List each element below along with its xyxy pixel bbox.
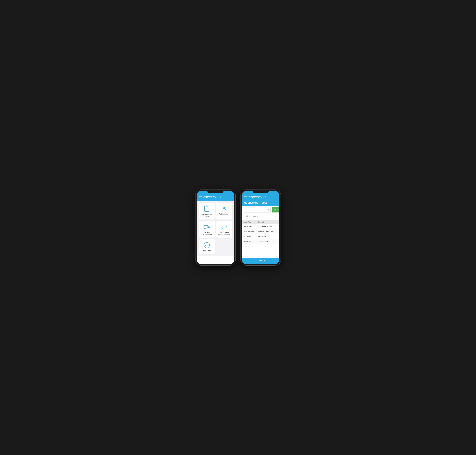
description-cell: Shop Vac-Small Dayton (258, 230, 278, 232)
menu-grid-top: My Checkout Tools Full Inventory (199, 203, 232, 238)
table-row[interactable]: Stud Punch Stud Punch (242, 234, 279, 239)
notch-2 (253, 191, 269, 193)
search-row: SCAN (242, 206, 279, 214)
truck-icon (204, 224, 210, 230)
search-input[interactable] (245, 207, 267, 212)
search-icon (267, 209, 269, 211)
description-cell: Stud Punch (258, 236, 278, 237)
clipboard-icon (204, 205, 210, 212)
app-logo-2: ESPER Electric (249, 196, 267, 199)
col-header-description: Description (258, 221, 278, 223)
phone-1: ESPER Electric (195, 190, 236, 266)
chevron-down-icon: ⌄ (275, 215, 276, 218)
main-menu: My Checkout Tools Full Inventory (197, 201, 234, 256)
logo-bold-text-2: ESPER (249, 196, 258, 199)
menu-label-quick-check: Quick Check In/Out/Transfer (218, 231, 230, 236)
transfer-icon (221, 224, 227, 230)
svg-point-16 (204, 242, 210, 248)
phone-2: ESPER Electric MY CHECKOUT TOOLS SCAN (241, 190, 281, 266)
asset-table: Asset Type Description Hot Gloves Hot Gl… (242, 219, 279, 251)
svg-line-18 (269, 210, 269, 211)
hamburger-menu-2[interactable] (244, 196, 247, 198)
description-cell: Hot Gloves Size 10 (258, 225, 278, 227)
svg-rect-10 (204, 225, 207, 228)
table-row[interactable]: Hot Gloves Hot Gloves Size 10 (242, 224, 279, 229)
back-label: BACK (259, 260, 266, 262)
back-arrow-icon: ← (255, 259, 258, 262)
table-row[interactable]: Shop Vacuum Shop Vac-Small Dayton (242, 229, 279, 234)
content-spacer (242, 251, 279, 258)
app-logo: ESPER Electric (203, 196, 222, 199)
asset-type-cell: Hot Gloves (244, 225, 258, 227)
col-header-asset-type: Asset Type (244, 221, 258, 223)
menu-item-full-inventory[interactable]: Full Inventory (216, 203, 232, 219)
menu-label-vehicle: Vehicle Maintenance (200, 231, 213, 236)
asset-type-cell: Wire Carts (244, 241, 258, 242)
menu-item-my-checkout-tools[interactable]: My Checkout Tools (199, 203, 215, 219)
logo-script-text: Electric (213, 196, 222, 199)
table-row[interactable]: Wire Carts Cobra (orange) (242, 239, 279, 244)
search-input-wrap[interactable] (244, 207, 271, 212)
page-title-bar: MY CHECKOUT TOOLS (242, 201, 279, 206)
menu-label-full-inventory: Full Inventory (219, 213, 229, 215)
menu-row-bottom: Tool Audit (199, 239, 232, 254)
table-header: Asset Type Description (242, 220, 279, 224)
asset-dropdown-placeholder: Select asset type (245, 215, 259, 217)
description-cell: Cobra (orange) (258, 241, 278, 242)
notch (207, 191, 224, 193)
logo-script-text-2: Electric (258, 196, 267, 199)
menu-item-vehicle-maintenance[interactable]: Vehicle Maintenance (199, 221, 215, 238)
asset-type-cell: Stud Punch (244, 236, 258, 237)
menu-label-tool-audit: Tool Audit (203, 250, 211, 252)
menu-item-quick-check[interactable]: Quick Check In/Out/Transfer (216, 221, 232, 238)
back-bar[interactable]: ← BACK (242, 258, 279, 264)
menu-label-checkout-tools: My Checkout Tools (200, 213, 213, 218)
asset-type-dropdown[interactable]: Select asset type ⌄ (244, 214, 278, 219)
menu-item-tool-audit[interactable]: Tool Audit (199, 239, 215, 254)
checkout-body: SCAN Select asset type ⌄ Asset Type Desc… (242, 206, 279, 264)
page-title: MY CHECKOUT TOOLS (244, 202, 268, 204)
logo-bold-text: ESPER (203, 196, 213, 199)
checkmark-circle-icon (204, 242, 210, 248)
asset-type-cell: Shop Vacuum (244, 230, 258, 232)
scan-button[interactable]: SCAN (272, 207, 279, 212)
hamburger-menu[interactable] (199, 196, 202, 198)
tools-icon (221, 205, 227, 212)
